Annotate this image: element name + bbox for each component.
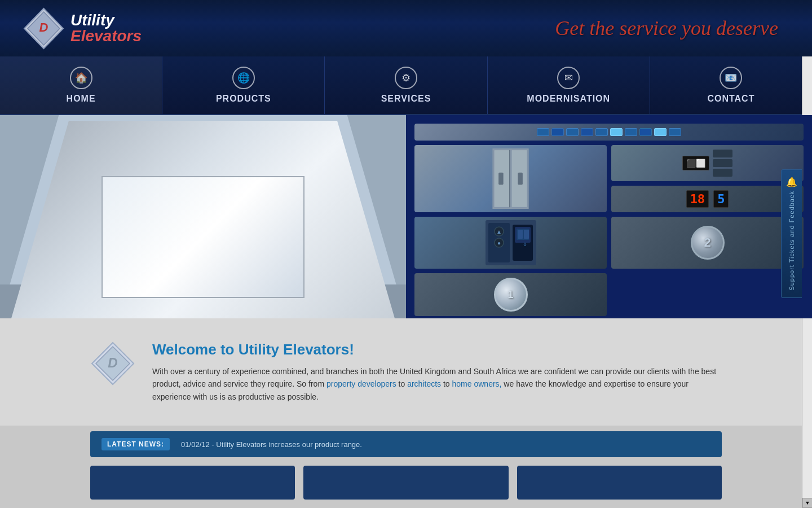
svg-rect-32	[518, 230, 523, 239]
svg-marker-6	[94, 126, 312, 160]
svg-rect-22	[518, 173, 523, 185]
floor-button-2[interactable]: 2	[691, 226, 725, 260]
property-developers-link[interactable]: property developers	[326, 379, 396, 388]
welcome-text-block: Welcome to Utility Elevators! With over …	[152, 341, 722, 403]
bottom-card-2[interactable]	[303, 466, 508, 500]
component-floor-btn-1: 1	[414, 273, 607, 316]
nav-modernisation[interactable]: ✉ MODERNISATION	[488, 56, 650, 114]
hero-banner: ⬛⬜ 18 5	[0, 115, 812, 318]
logo-text: Utility Elevators	[70, 12, 142, 44]
welcome-mid2: to	[441, 379, 452, 388]
logo-utility: Utility	[70, 12, 142, 28]
welcome-heading-suffix: !	[349, 341, 354, 358]
nav-services-label: SERVICES	[381, 94, 431, 104]
floor-button-1[interactable]: 1	[494, 278, 528, 312]
svg-marker-4	[0, 115, 406, 318]
nav-modernisation-label: MODERNISATION	[527, 94, 610, 104]
component-number-display: 18 5	[611, 186, 804, 212]
svg-rect-10	[259, 217, 306, 284]
news-label: LATEST NEWS:	[102, 438, 170, 450]
welcome-heading-brand: Utility Elevators	[239, 341, 350, 358]
news-bar: LATEST NEWS: 01/02/12 - Utility Elevator…	[90, 431, 722, 457]
svg-point-16	[278, 275, 288, 284]
contact-icon: 📧	[720, 67, 742, 89]
svg-text:D: D	[108, 355, 117, 370]
svg-text:0: 0	[523, 242, 526, 247]
nav-contact[interactable]: 📧 CONTACT	[650, 56, 812, 114]
support-tab-container: 🔔 Support Tickets and Feedback	[781, 169, 802, 298]
nav-home-label: HOME	[67, 94, 96, 104]
bottom-card-1[interactable]	[90, 466, 295, 500]
hero-components: ⬛⬜ 18 5	[406, 115, 812, 318]
component-floor-btn-2: 2	[611, 217, 804, 269]
news-text: 01/02/12 - Utility Elevators increases o…	[181, 440, 362, 449]
nav-contact-label: CONTACT	[707, 94, 754, 104]
nav-products-label: PRODUCTS	[216, 94, 271, 104]
nav-services[interactable]: ⚙ SERVICES	[325, 56, 487, 114]
svg-text:●: ●	[497, 240, 500, 246]
svg-point-12	[278, 235, 288, 244]
door-svg	[418, 148, 603, 209]
services-icon: ⚙	[395, 67, 417, 89]
svg-text:▲: ▲	[496, 229, 502, 235]
logo-icon: D	[23, 7, 65, 50]
svg-marker-9	[0, 284, 406, 318]
home-owners-link[interactable]: home owners,	[452, 379, 502, 388]
scroll-down-arrow[interactable]: ▼	[802, 498, 812, 508]
welcome-heading: Welcome to Utility Elevators!	[152, 341, 722, 358]
welcome-mid1: to	[396, 379, 407, 388]
architects-link[interactable]: architects	[407, 379, 441, 388]
support-tab[interactable]: 🔔 Support Tickets and Feedback	[781, 169, 802, 298]
svg-marker-5	[53, 126, 353, 284]
modernisation-icon: ✉	[557, 67, 580, 89]
bottom-cards	[90, 466, 722, 508]
svg-text:D: D	[39, 20, 48, 34]
svg-point-13	[278, 245, 288, 254]
hero-elevator-interior	[0, 115, 406, 318]
elevator-interior-svg	[0, 115, 406, 318]
products-icon: 🌐	[232, 67, 255, 89]
component-elevator-door	[414, 145, 607, 212]
nav-home[interactable]: 🏠 HOME	[0, 56, 162, 114]
logo-elevators: Elevators	[70, 28, 142, 44]
home-icon: 🏠	[70, 67, 92, 89]
svg-point-15	[278, 265, 288, 274]
component-call-indicator: ▲ ● 0	[414, 217, 607, 269]
component-top-panel	[414, 124, 804, 141]
welcome-section: D Welcome to Utility Elevators! With ove…	[0, 318, 812, 426]
logo-area[interactable]: D Utility Elevators	[23, 7, 142, 50]
svg-rect-7	[141, 172, 264, 284]
svg-point-14	[278, 255, 288, 264]
nav-products[interactable]: 🌐 PRODUCTS	[162, 56, 325, 114]
bottom-card-3[interactable]	[517, 466, 722, 500]
display-floor-5: 5	[713, 190, 729, 208]
support-label: Support Tickets and Feedback	[788, 191, 795, 291]
component-display-panel: ⬛⬜	[611, 145, 804, 181]
display-floor-18: 18	[686, 190, 709, 208]
site-header: D Utility Elevators Get the service you …	[0, 0, 812, 56]
main-nav: 🏠 HOME 🌐 PRODUCTS ⚙ SERVICES ✉ MODERNISA…	[0, 56, 812, 115]
svg-rect-33	[524, 230, 529, 239]
welcome-heading-plain: Welcome to	[152, 341, 239, 358]
svg-rect-21	[498, 173, 504, 185]
welcome-diamond-logo: D	[90, 341, 135, 386]
welcome-body: With over a century of experience combin…	[152, 365, 722, 403]
call-panel-svg: ▲ ● 0	[486, 220, 536, 265]
site-tagline: Get the service you deserve	[555, 16, 778, 40]
support-bell-icon: 🔔	[786, 177, 797, 187]
svg-point-11	[276, 222, 288, 234]
